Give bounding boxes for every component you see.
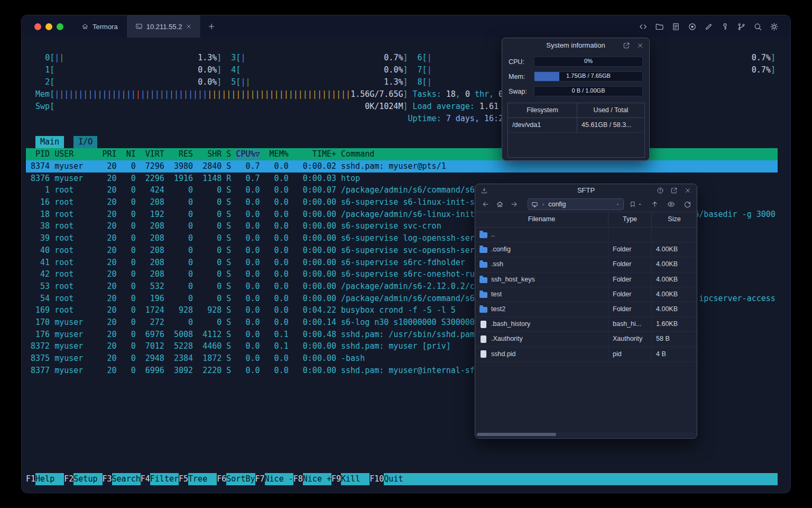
type-column-header[interactable]: Type [608,212,651,227]
tab-home[interactable]: Termora [73,15,126,38]
bookmarks-button[interactable] [629,201,642,208]
terminal-icon [135,23,143,30]
sftp-file-row[interactable]: .ssh Folder 4.00KB [475,257,697,272]
function-key[interactable]: F4Filter [141,473,179,485]
close-window-button[interactable] [34,23,41,30]
function-key-label: Search [112,473,141,485]
sftp-file-row[interactable]: .bash_history bash_hi... 1.60KB [475,317,697,332]
plus-icon [207,22,216,31]
file-name: .ssh [491,257,503,271]
app-window: Termora 10.211.55.2 0[|| [21,15,791,493]
tab-close-icon[interactable] [186,23,192,30]
open-in-new-icon[interactable] [623,42,630,49]
file-size: 58 B [651,332,697,346]
function-key[interactable]: F6SortBy [217,473,255,485]
function-key[interactable]: F10Quit [370,473,412,485]
back-icon[interactable] [482,200,490,208]
function-key[interactable]: F7Nice - [255,473,293,485]
help-icon[interactable] [657,187,664,194]
function-key-label: Help [35,473,64,485]
sftp-file-row[interactable]: .. [475,228,697,242]
file-name: test2 [491,302,505,316]
forward-icon[interactable] [510,200,518,208]
close-panel-icon[interactable] [636,42,644,49]
function-key-number: F10 [370,473,384,485]
open-in-new-icon[interactable] [670,187,678,194]
folder-icon[interactable] [655,22,664,31]
file-type [608,228,651,242]
close-panel-icon[interactable] [684,187,691,194]
minimize-window-button[interactable] [45,23,52,30]
sftp-titlebar[interactable]: SFTP [475,184,697,197]
function-key-number: F7 [255,473,265,485]
file-name: test [491,287,502,302]
system-information-panel: System information CPU: 0% Mem: 1.75GB /… [502,38,650,161]
cpu-label: CPU: [509,58,534,66]
process-row[interactable]: 8374 myuser 20 0 7296 3980 2840 S 0.7 0.… [26,160,778,173]
refresh-icon[interactable] [684,200,691,208]
memory-progress-bar: 1.75GB / 7.65GB [534,71,643,81]
sftp-file-row[interactable]: ssh_host_keys Folder 4.00KB [475,273,697,287]
meter-line: 0[|| 1.3%] 3[| 0.7%] 6[| 0.7%] 9[| 0.7%] [26,52,776,64]
panel-titlebar[interactable]: System information [502,38,649,53]
branch-icon[interactable] [737,22,746,31]
home-tab-label: Termora [93,23,118,31]
function-key[interactable]: F9Kill [331,473,370,485]
edit-icon[interactable] [704,22,713,31]
sftp-file-row[interactable]: test2 Folder 4.00KB [475,302,697,317]
function-key[interactable]: F1Help [26,473,64,485]
path-breadcrumb[interactable]: config [528,198,624,210]
sftp-file-row[interactable]: .config Folder 4.00KB [475,242,697,257]
process-row[interactable]: 8376 myuser 20 0 2296 1916 1148 R 0.7 0.… [26,173,778,185]
function-key[interactable]: F5Tree [179,473,217,485]
search-icon[interactable] [753,22,762,31]
sftp-toolbar: config [475,197,697,212]
size-column-header[interactable]: Size [651,212,697,227]
tab-ssh-session[interactable]: 10.211.55.2 [126,15,201,38]
file-name: sshd.pid [491,347,516,361]
htop-tab-main[interactable]: Main [35,136,64,148]
sftp-file-row[interactable]: .Xauthority Xauthority 58 B [475,332,697,347]
record-icon[interactable] [688,22,697,31]
log-icon[interactable] [671,22,680,31]
htop-tab-io[interactable]: I/O [73,136,97,148]
file-name: .config [491,242,511,257]
home-icon[interactable] [496,200,504,208]
memory-meter-line: Mem[||||||||||||||||||||||||||||||||||||… [26,88,776,101]
download-icon[interactable] [481,187,488,194]
swap-progress-bar: 0 B / 1.00GB [534,86,643,96]
sftp-file-row[interactable]: sshd.pid pid 4 B [475,347,697,362]
computer-icon [531,201,538,208]
chevron-down-icon[interactable] [615,202,620,207]
show-hidden-files-icon[interactable] [667,200,675,208]
file-type: Xauthority [608,332,651,346]
function-key-label: Filter [150,473,179,485]
horizontal-scrollbar[interactable] [476,432,696,437]
function-key[interactable]: F8Nice + [293,473,331,485]
chevron-right-icon [541,202,546,207]
function-key-label: Quit [384,473,412,485]
function-key[interactable]: F3Search [103,473,141,485]
file-name: .. [491,228,495,242]
sftp-file-row[interactable]: test Folder 4.00KB [475,287,697,302]
htop-table-header[interactable]: PID USER PRI NI VIRT RES SHR S CPU%▽ MEM… [26,148,778,160]
function-key-label: SortBy [226,473,255,485]
parent-directory-icon[interactable] [651,200,659,208]
settings-icon[interactable] [770,22,779,31]
filename-column-header[interactable]: Filename [475,212,608,227]
file-type: Folder [608,302,651,316]
new-tab-button[interactable] [201,15,222,38]
zoom-window-button[interactable] [57,23,63,30]
scrollbar-thumb[interactable] [477,433,556,436]
memory-usage-row: Mem: 1.75GB / 7.65GB [509,72,643,81]
file-type-icon [479,247,487,253]
file-type-icon [481,335,486,343]
header-sort-column[interactable]: CPU%▽ [236,149,260,159]
swap-label: Swap: [509,88,534,95]
code-icon[interactable] [639,22,648,31]
meter-line: 1[ 0.0%] 4[ 0.0%] 7[| 0.7%] 10[| 0.7%] [26,64,776,76]
function-key[interactable]: F2Setup [64,473,102,485]
swap-meter-line: Swp[ 0K/1024M] Load average: 1.61 1.13 0… [26,101,776,113]
key-icon[interactable] [721,22,730,31]
filesystem-column-header: Filesystem [508,103,577,117]
